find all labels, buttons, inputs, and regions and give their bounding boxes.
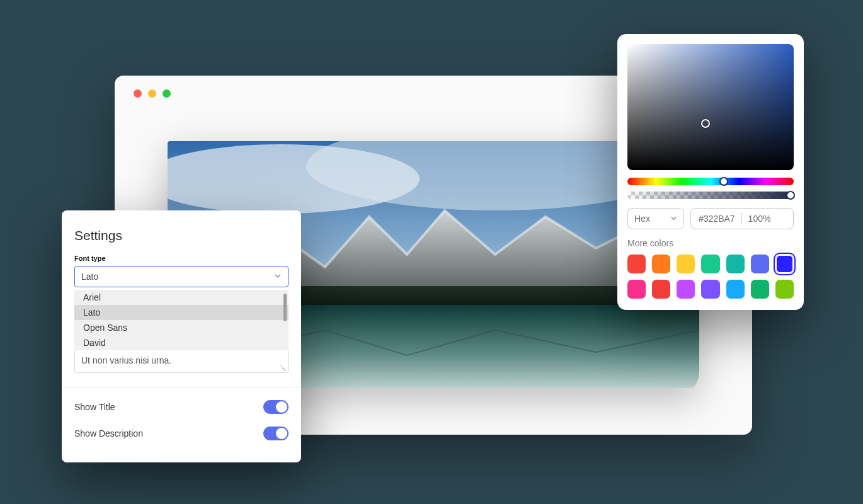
show-title-toggle[interactable] — [263, 400, 289, 414]
color-swatches — [627, 255, 794, 299]
font-type-select[interactable]: Lato — [74, 266, 289, 287]
saturation-field[interactable] — [627, 44, 794, 170]
color-swatch[interactable] — [751, 280, 769, 299]
color-mode-value: Hex — [634, 214, 650, 224]
font-type-label: Font type — [62, 255, 301, 266]
color-swatch[interactable] — [652, 280, 670, 299]
hue-slider[interactable] — [627, 178, 794, 185]
chevron-down-icon — [274, 272, 282, 282]
color-swatch[interactable] — [677, 280, 695, 299]
color-swatch[interactable] — [701, 255, 719, 273]
traffic-lights — [134, 89, 171, 98]
font-option[interactable]: Lato — [74, 305, 289, 320]
chevron-down-icon — [670, 214, 677, 224]
hex-input-group: #322BA7 100% — [690, 208, 794, 229]
divider — [741, 213, 742, 224]
divider — [62, 387, 301, 387]
show-title-label: Show Title — [74, 402, 115, 412]
traffic-minimize-icon[interactable] — [148, 89, 156, 98]
font-type-options: Ariel Lato Open Sans David — [74, 290, 289, 350]
traffic-close-icon[interactable] — [134, 89, 142, 98]
resize-grip-icon[interactable] — [279, 364, 285, 370]
color-swatch[interactable] — [726, 255, 745, 273]
saturation-cursor-icon[interactable] — [701, 119, 710, 128]
color-swatch[interactable] — [627, 255, 646, 273]
hue-handle[interactable] — [719, 177, 728, 186]
show-description-label: Show Description — [74, 428, 143, 438]
description-text: Ut non varius nisi urna. — [81, 355, 171, 365]
color-swatch[interactable] — [627, 280, 646, 299]
font-type-selected-value: Lato — [81, 272, 98, 282]
font-option[interactable]: Open Sans — [74, 320, 289, 335]
color-picker-panel: Hex #322BA7 100% More colors — [617, 34, 804, 310]
hex-value-input[interactable]: #322BA7 — [699, 214, 735, 224]
color-swatch[interactable] — [775, 280, 794, 299]
font-option[interactable]: David — [74, 335, 289, 350]
color-swatch[interactable] — [652, 255, 670, 273]
color-mode-select[interactable]: Hex — [627, 208, 684, 229]
color-swatch[interactable] — [751, 255, 769, 273]
options-scrollbar[interactable] — [283, 294, 287, 321]
description-textarea[interactable]: Ut non varius nisi urna. — [74, 350, 289, 373]
alpha-handle[interactable] — [786, 191, 795, 200]
more-colors-label: More colors — [627, 238, 794, 248]
color-swatch[interactable] — [701, 280, 719, 299]
show-description-toggle[interactable] — [263, 427, 289, 440]
color-swatch[interactable] — [677, 255, 695, 273]
traffic-zoom-icon[interactable] — [163, 89, 171, 98]
alpha-slider[interactable] — [627, 192, 794, 199]
settings-title: Settings — [62, 228, 301, 255]
color-swatch[interactable] — [775, 255, 794, 273]
color-swatch[interactable] — [726, 280, 745, 299]
settings-panel: Settings Font type Lato Ariel Lato Open … — [62, 210, 301, 462]
opacity-value-input[interactable]: 100% — [748, 214, 771, 224]
font-option[interactable]: Ariel — [74, 290, 289, 305]
